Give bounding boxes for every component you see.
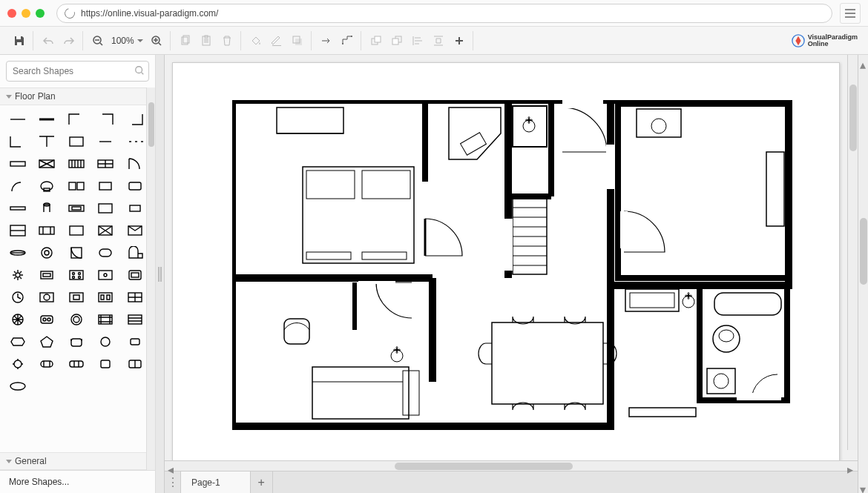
shape-rect2[interactable] [126, 179, 144, 193]
redo-button[interactable] [60, 32, 78, 50]
shape-door-rect[interactable] [68, 246, 85, 259]
shape-oven[interactable] [68, 291, 85, 304]
shape-rect4[interactable] [126, 202, 144, 215]
scrollbar-thumb[interactable] [148, 102, 154, 147]
browser-menu-button[interactable] [840, 3, 861, 24]
canvas-viewport[interactable] [165, 55, 858, 460]
shape-toilet[interactable] [38, 179, 56, 193]
shape-double-rect[interactable] [68, 179, 85, 193]
scroll-down-icon[interactable]: ▾ [860, 483, 867, 490]
sidebar-section-general[interactable]: General [0, 452, 155, 470]
distribute-button[interactable] [430, 32, 447, 50]
zoom-out-button[interactable] [89, 32, 107, 50]
shape-loveseat[interactable] [68, 357, 85, 371]
shape-corner-bl[interactable] [9, 135, 27, 148]
canvas-page[interactable] [172, 62, 840, 460]
waypoint-style-button[interactable] [338, 32, 356, 50]
save-button[interactable] [10, 32, 28, 50]
shape-shelf[interactable] [9, 224, 27, 237]
shape-rect3[interactable] [96, 202, 114, 215]
scroll-left-icon[interactable]: ◂ [168, 463, 175, 470]
shape-arc-quarter[interactable] [9, 179, 27, 193]
shape-hex[interactable] [9, 335, 27, 348]
shape-flower[interactable] [9, 268, 27, 282]
scrollbar-thumb[interactable] [849, 85, 857, 151]
shape-unit[interactable] [38, 224, 56, 237]
shape-rect-outline[interactable] [68, 224, 85, 237]
shape-rect-thin[interactable] [9, 157, 27, 171]
shape-wall-horizontal[interactable] [9, 113, 27, 126]
shape-ellipse[interactable] [9, 380, 27, 393]
scroll-up-icon[interactable]: ▴ [860, 58, 867, 65]
shape-bar[interactable] [9, 202, 27, 215]
to-back-button[interactable] [388, 32, 406, 50]
shape-rounded[interactable] [96, 246, 114, 259]
maximize-window-button[interactable] [36, 9, 45, 18]
canvas-horizontal-scrollbar[interactable]: ◂ ▸ [165, 460, 858, 471]
shape-double[interactable] [126, 357, 144, 371]
shape-wall-vertical[interactable] [38, 113, 56, 126]
shape-mail[interactable] [126, 224, 144, 237]
shape-rect-hatch2[interactable] [68, 157, 85, 171]
shape-box-stack[interactable] [38, 268, 56, 282]
shape-square-open[interactable] [68, 135, 85, 148]
shape-gauge[interactable] [9, 291, 27, 304]
shape-rect-x[interactable] [96, 224, 114, 237]
sidebar-section-floorplan[interactable]: Floor Plan [0, 87, 155, 105]
shape-line-short[interactable] [96, 135, 114, 148]
sidebar-splitter[interactable] [156, 55, 165, 493]
shape-speaker[interactable] [38, 313, 56, 326]
shape-grill[interactable] [126, 313, 144, 326]
more-shapes-button[interactable]: More Shapes... [0, 470, 155, 493]
zoom-level-dropdown[interactable]: 100% [110, 36, 145, 46]
brand-logo[interactable]: VisualParadigm Online [792, 34, 858, 47]
add-page-button[interactable]: + [251, 472, 273, 493]
shape-armchair[interactable] [38, 357, 56, 371]
delete-button[interactable] [218, 32, 236, 50]
sidebar-scrollbar[interactable] [146, 87, 155, 470]
align-button[interactable] [409, 32, 427, 50]
shape-stool[interactable] [9, 357, 27, 371]
shape-corner-tr[interactable] [96, 113, 114, 126]
shape-monitor[interactable] [126, 268, 144, 282]
shape-panel[interactable] [126, 291, 144, 304]
fill-color-button[interactable] [247, 32, 265, 50]
shape-meter[interactable] [38, 291, 56, 304]
shape-fan[interactable] [9, 313, 27, 326]
shape-line-dash[interactable] [126, 135, 144, 148]
connection-style-button[interactable] [318, 32, 335, 50]
shape-pentagon[interactable] [38, 335, 56, 348]
paste-button[interactable] [197, 32, 215, 50]
page-tab-1[interactable]: Page-1 [181, 472, 251, 493]
close-window-button[interactable] [7, 9, 16, 18]
shape-switch[interactable] [96, 268, 114, 282]
search-shapes-input[interactable] [6, 61, 149, 82]
shape-rect-grid[interactable] [96, 157, 114, 171]
shape-piano[interactable] [126, 246, 144, 259]
scrollbar-thumb[interactable] [860, 218, 867, 285]
right-scroll-rail[interactable]: ▴ ▾ [858, 55, 868, 493]
shape-control[interactable] [96, 291, 114, 304]
shape-sofa-chair[interactable] [68, 335, 85, 348]
canvas-vertical-scrollbar[interactable] [847, 55, 858, 450]
shape-oval-line[interactable] [9, 246, 27, 259]
shape-ottoman[interactable] [96, 335, 114, 348]
shape-door-arc[interactable] [126, 157, 144, 171]
shape-cooktop[interactable] [68, 268, 85, 282]
to-front-button[interactable] [367, 32, 385, 50]
shape-rect-hatch[interactable] [38, 157, 56, 171]
shape-lamp[interactable] [38, 202, 56, 215]
shape-vent[interactable] [96, 313, 114, 326]
shape-t-junction[interactable] [38, 135, 56, 148]
shape-table-small[interactable] [126, 335, 144, 348]
zoom-in-button[interactable] [148, 32, 165, 50]
reload-icon[interactable] [62, 6, 76, 20]
scrollbar-thumb[interactable] [395, 463, 573, 470]
undo-button[interactable] [39, 32, 57, 50]
shape-tv-stand[interactable] [68, 202, 85, 215]
shadow-button[interactable] [289, 32, 306, 50]
line-color-button[interactable] [268, 32, 286, 50]
shape-clock[interactable] [38, 246, 56, 259]
shape-single[interactable] [96, 357, 114, 371]
floorplan-drawing[interactable] [232, 100, 796, 437]
